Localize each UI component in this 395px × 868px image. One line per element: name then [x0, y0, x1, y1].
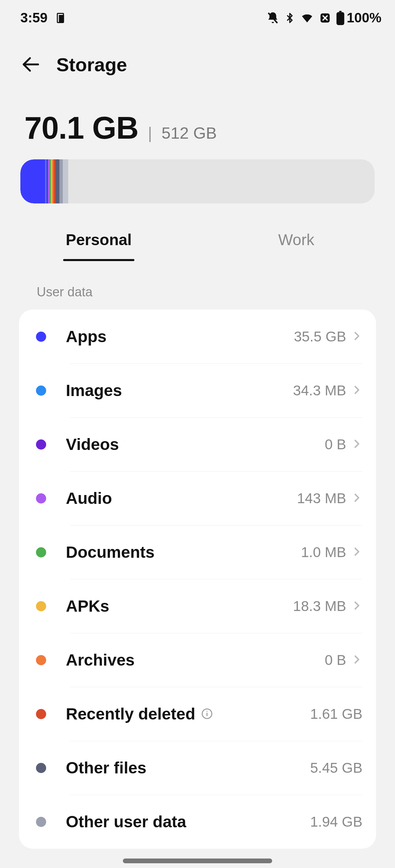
category-label: Videos: [66, 435, 325, 454]
category-label: Documents: [66, 543, 301, 561]
svg-rect-5: [336, 12, 344, 25]
page-header: Storage: [0, 32, 395, 90]
storage-categories-card: Apps35.5 GBImages34.3 MBVideos0 BAudio14…: [19, 310, 376, 849]
bluetooth-icon: [284, 11, 295, 25]
svg-point-9: [207, 711, 208, 712]
info-icon[interactable]: [201, 708, 213, 719]
category-size: 1.61 GB: [310, 706, 362, 722]
category-size: 0 B: [325, 652, 346, 668]
tab-label: Work: [278, 231, 315, 249]
category-label: Apps: [66, 327, 294, 346]
category-row-documents[interactable]: Documents1.0 MB: [19, 525, 376, 579]
category-label: Recently deleted: [66, 705, 310, 723]
battery-icon: [336, 11, 345, 25]
svg-rect-4: [339, 11, 342, 12]
category-color-dot: [36, 817, 46, 827]
category-color-dot: [36, 709, 46, 719]
profile-tabs: PersonalWork: [0, 220, 395, 261]
notifications-off-icon: [266, 11, 280, 25]
category-color-dot: [36, 547, 46, 557]
total-storage: 512 GB: [162, 124, 217, 142]
chevron-right-icon: [351, 600, 362, 613]
category-row-other-files: Other files5.45 GB: [19, 741, 376, 795]
category-row-images[interactable]: Images34.3 MB: [19, 363, 376, 417]
category-color-dot: [36, 332, 46, 342]
category-label: Archives: [66, 651, 325, 669]
category-label: Other user data: [66, 812, 310, 831]
storage-summary: 70.1 GB | 512 GB: [0, 90, 395, 146]
category-label: APKs: [66, 597, 293, 615]
storage-usage-bar: [20, 159, 375, 203]
category-size: 143 MB: [297, 490, 346, 507]
section-label-user-data: User data: [0, 261, 395, 310]
tab-label: Personal: [66, 231, 132, 249]
status-time: 3:59: [20, 10, 48, 25]
used-storage: 70.1 GB: [24, 110, 138, 146]
tab-personal[interactable]: Personal: [0, 220, 198, 261]
back-button[interactable]: [19, 53, 43, 76]
category-color-dot: [36, 386, 46, 396]
wifi-icon: [300, 11, 314, 25]
rotation-lock-icon: [54, 12, 67, 24]
category-color-dot: [36, 601, 46, 611]
category-row-videos[interactable]: Videos0 B: [19, 417, 376, 471]
category-size: 35.5 GB: [294, 329, 346, 345]
category-row-apks[interactable]: APKs18.3 MB: [19, 579, 376, 633]
svg-rect-1: [59, 15, 64, 22]
chevron-right-icon: [351, 438, 362, 451]
data-off-icon: [319, 12, 331, 24]
chevron-right-icon: [351, 546, 362, 559]
tab-work[interactable]: Work: [198, 220, 395, 261]
category-label: Other files: [66, 758, 310, 777]
category-row-recently-deleted: Recently deleted1.61 GB: [19, 687, 376, 741]
chevron-right-icon: [351, 654, 362, 667]
storage-bar-segment: [59, 159, 63, 203]
category-size: 1.0 MB: [301, 544, 346, 560]
category-size: 18.3 MB: [293, 598, 346, 614]
category-size: 0 B: [325, 436, 346, 453]
category-size: 5.45 GB: [310, 760, 362, 776]
page-title: Storage: [56, 54, 127, 76]
category-row-archives[interactable]: Archives0 B: [19, 633, 376, 687]
storage-bar-segment: [63, 159, 68, 203]
battery-percentage: 100%: [347, 10, 381, 25]
status-bar: 3:59 100%: [0, 0, 395, 32]
category-color-dot: [36, 655, 46, 665]
category-label: Audio: [66, 489, 297, 508]
category-size: 34.3 MB: [293, 382, 346, 399]
chevron-right-icon: [351, 492, 362, 505]
category-color-dot: [36, 439, 46, 450]
category-color-dot: [36, 763, 46, 773]
category-color-dot: [36, 493, 46, 504]
summary-divider: |: [148, 124, 152, 142]
home-indicator[interactable]: [123, 859, 272, 863]
storage-bar-segment: [55, 159, 59, 203]
category-row-audio[interactable]: Audio143 MB: [19, 471, 376, 525]
category-size: 1.94 GB: [310, 814, 362, 830]
category-row-apps[interactable]: Apps35.5 GB: [19, 310, 376, 363]
category-label: Images: [66, 381, 293, 400]
storage-bar-segment: [20, 159, 45, 203]
category-row-other-user-data: Other user data1.94 GB: [19, 795, 376, 849]
chevron-right-icon: [351, 384, 362, 397]
chevron-right-icon: [351, 330, 362, 343]
